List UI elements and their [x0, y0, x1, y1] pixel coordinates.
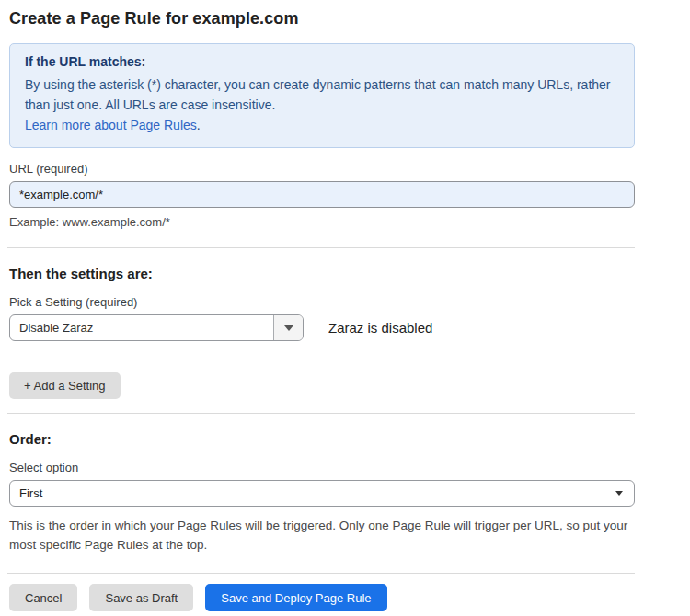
url-input-value: *example.com/* — [19, 188, 103, 201]
save-and-deploy-button[interactable]: Save and Deploy Page Rule — [205, 584, 386, 611]
chevron-down-icon — [284, 325, 293, 331]
settings-section-heading: Then the settings are: — [9, 266, 635, 281]
url-input[interactable]: *example.com/* — [9, 181, 635, 208]
chevron-down-icon — [615, 491, 623, 496]
setting-dropdown-value: Disable Zaraz — [10, 315, 273, 340]
order-select-value: First — [19, 486, 42, 500]
info-box-body: By using the asterisk (*) character, you… — [25, 74, 614, 115]
order-help-text: This is the order in which your Page Rul… — [9, 516, 635, 554]
url-field-label: URL (required) — [9, 162, 635, 176]
order-select[interactable]: First — [9, 480, 635, 507]
pick-setting-label: Pick a Setting (required) — [9, 295, 635, 309]
info-box-heading: If the URL matches: — [25, 54, 619, 69]
link-suffix: . — [197, 118, 201, 132]
page-title: Create a Page Rule for example.com — [9, 9, 635, 29]
learn-more-link[interactable]: Learn more about Page Rules — [25, 118, 197, 132]
order-select-label: Select option — [9, 461, 635, 474]
add-setting-button[interactable]: + Add a Setting — [9, 372, 121, 399]
footer-actions: Cancel Save as Draft Save and Deploy Pag… — [9, 584, 635, 611]
order-section-heading: Order: — [9, 431, 635, 447]
setting-dropdown-arrow-button[interactable] — [273, 315, 303, 340]
setting-dropdown[interactable]: Disable Zaraz — [9, 314, 304, 341]
url-match-info-box: If the URL matches: By using the asteris… — [9, 43, 635, 148]
page-rule-form: Create a Page Rule for example.com If th… — [0, 0, 635, 611]
save-as-draft-button[interactable]: Save as Draft — [89, 584, 193, 611]
section-divider — [7, 247, 635, 248]
setting-row: Disable Zaraz Zaraz is disabled — [9, 314, 635, 341]
section-divider — [7, 413, 635, 414]
cancel-button[interactable]: Cancel — [9, 584, 77, 611]
setting-status-text: Zaraz is disabled — [328, 320, 432, 336]
info-box-link-line: Learn more about Page Rules. — [25, 115, 619, 135]
url-example-text: Example: www.example.com/* — [9, 215, 635, 229]
footer-divider — [7, 573, 635, 574]
